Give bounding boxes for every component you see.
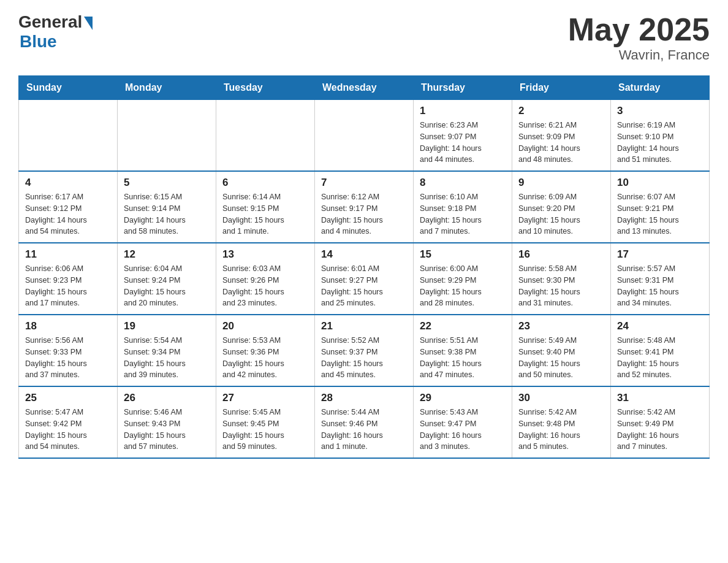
calendar-day-cell: 5Sunrise: 6:15 AMSunset: 9:14 PMDaylight…: [118, 171, 216, 243]
day-info: Sunrise: 6:21 AMSunset: 9:09 PMDaylight:…: [518, 120, 604, 166]
day-number: 13: [222, 248, 308, 261]
day-info: Sunrise: 6:10 AMSunset: 9:18 PMDaylight:…: [420, 191, 506, 237]
calendar-day-cell: 2Sunrise: 6:21 AMSunset: 9:09 PMDaylight…: [512, 100, 611, 172]
weekday-header-monday: Monday: [118, 76, 216, 100]
day-info: Sunrise: 5:56 AMSunset: 9:33 PMDaylight:…: [25, 335, 111, 381]
calendar-header: SundayMondayTuesdayWednesdayThursdayFrid…: [19, 76, 710, 100]
day-number: 24: [617, 320, 703, 332]
calendar-day-cell: [315, 100, 414, 172]
calendar-day-cell: 25Sunrise: 5:47 AMSunset: 9:42 PMDayligh…: [19, 386, 118, 458]
day-info: Sunrise: 5:42 AMSunset: 9:49 PMDaylight:…: [617, 407, 703, 453]
calendar-day-cell: 7Sunrise: 6:12 AMSunset: 9:17 PMDaylight…: [315, 171, 414, 243]
day-info: Sunrise: 5:49 AMSunset: 9:40 PMDaylight:…: [518, 335, 604, 381]
calendar-day-cell: 21Sunrise: 5:52 AMSunset: 9:37 PMDayligh…: [315, 315, 414, 386]
calendar-day-cell: 19Sunrise: 5:54 AMSunset: 9:34 PMDayligh…: [118, 315, 216, 386]
calendar-day-cell: 17Sunrise: 5:57 AMSunset: 9:31 PMDayligh…: [611, 243, 710, 315]
day-number: 3: [617, 105, 703, 117]
day-info: Sunrise: 6:09 AMSunset: 9:20 PMDaylight:…: [518, 191, 604, 237]
calendar-week-row: 4Sunrise: 6:17 AMSunset: 9:12 PMDaylight…: [19, 171, 710, 243]
calendar-day-cell: 31Sunrise: 5:42 AMSunset: 9:49 PMDayligh…: [611, 386, 710, 458]
day-info: Sunrise: 5:48 AMSunset: 9:41 PMDaylight:…: [617, 335, 703, 381]
location-label: Wavrin, France: [568, 47, 710, 63]
day-number: 18: [25, 320, 111, 332]
title-section: May 2025 Wavrin, France: [568, 12, 710, 63]
calendar-week-row: 18Sunrise: 5:56 AMSunset: 9:33 PMDayligh…: [19, 315, 710, 386]
calendar-day-cell: 3Sunrise: 6:19 AMSunset: 9:10 PMDaylight…: [611, 100, 710, 172]
calendar-table: SundayMondayTuesdayWednesdayThursdayFrid…: [18, 75, 710, 459]
day-number: 6: [222, 177, 308, 189]
day-number: 19: [124, 320, 210, 332]
calendar-week-row: 1Sunrise: 6:23 AMSunset: 9:07 PMDaylight…: [19, 100, 710, 172]
calendar-day-cell: 8Sunrise: 6:10 AMSunset: 9:18 PMDaylight…: [414, 171, 512, 243]
logo: General Blue: [18, 12, 93, 52]
day-info: Sunrise: 6:14 AMSunset: 9:15 PMDaylight:…: [222, 191, 308, 237]
calendar-day-cell: 4Sunrise: 6:17 AMSunset: 9:12 PMDaylight…: [19, 171, 118, 243]
calendar-day-cell: 12Sunrise: 6:04 AMSunset: 9:24 PMDayligh…: [118, 243, 216, 315]
day-number: 8: [420, 177, 506, 189]
logo-general-text: General: [18, 12, 82, 32]
calendar-day-cell: 18Sunrise: 5:56 AMSunset: 9:33 PMDayligh…: [19, 315, 118, 386]
weekday-header-tuesday: Tuesday: [216, 76, 315, 100]
calendar-week-row: 11Sunrise: 6:06 AMSunset: 9:23 PMDayligh…: [19, 243, 710, 315]
calendar-day-cell: 6Sunrise: 6:14 AMSunset: 9:15 PMDaylight…: [216, 171, 315, 243]
day-number: 9: [518, 177, 604, 189]
day-number: 27: [222, 392, 308, 404]
day-info: Sunrise: 6:03 AMSunset: 9:26 PMDaylight:…: [222, 263, 308, 309]
calendar-day-cell: 15Sunrise: 6:00 AMSunset: 9:29 PMDayligh…: [414, 243, 512, 315]
day-number: 2: [518, 105, 604, 117]
day-info: Sunrise: 6:17 AMSunset: 9:12 PMDaylight:…: [25, 191, 111, 237]
day-info: Sunrise: 6:06 AMSunset: 9:23 PMDaylight:…: [25, 263, 111, 309]
calendar-day-cell: 13Sunrise: 6:03 AMSunset: 9:26 PMDayligh…: [216, 243, 315, 315]
calendar-day-cell: 23Sunrise: 5:49 AMSunset: 9:40 PMDayligh…: [512, 315, 611, 386]
day-info: Sunrise: 5:58 AMSunset: 9:30 PMDaylight:…: [518, 263, 604, 309]
day-info: Sunrise: 5:51 AMSunset: 9:38 PMDaylight:…: [420, 335, 506, 381]
calendar-day-cell: [216, 100, 315, 172]
weekday-header-row: SundayMondayTuesdayWednesdayThursdayFrid…: [19, 76, 710, 100]
calendar-day-cell: 24Sunrise: 5:48 AMSunset: 9:41 PMDayligh…: [611, 315, 710, 386]
day-info: Sunrise: 5:52 AMSunset: 9:37 PMDaylight:…: [321, 335, 407, 381]
month-title: May 2025: [568, 12, 710, 47]
day-info: Sunrise: 6:01 AMSunset: 9:27 PMDaylight:…: [321, 263, 407, 309]
day-info: Sunrise: 5:54 AMSunset: 9:34 PMDaylight:…: [124, 335, 210, 381]
day-number: 15: [420, 248, 506, 261]
day-info: Sunrise: 6:15 AMSunset: 9:14 PMDaylight:…: [124, 191, 210, 237]
day-info: Sunrise: 6:23 AMSunset: 9:07 PMDaylight:…: [420, 120, 506, 166]
day-number: 11: [25, 248, 111, 261]
day-number: 12: [124, 248, 210, 261]
day-number: 30: [518, 392, 604, 404]
calendar-day-cell: 14Sunrise: 6:01 AMSunset: 9:27 PMDayligh…: [315, 243, 414, 315]
day-info: Sunrise: 5:42 AMSunset: 9:48 PMDaylight:…: [518, 407, 604, 453]
day-info: Sunrise: 5:45 AMSunset: 9:45 PMDaylight:…: [222, 407, 308, 453]
weekday-header-friday: Friday: [512, 76, 611, 100]
day-number: 17: [617, 248, 703, 261]
calendar-body: 1Sunrise: 6:23 AMSunset: 9:07 PMDaylight…: [19, 100, 710, 459]
day-info: Sunrise: 5:44 AMSunset: 9:46 PMDaylight:…: [321, 407, 407, 453]
day-number: 21: [321, 320, 407, 332]
calendar-day-cell: 27Sunrise: 5:45 AMSunset: 9:45 PMDayligh…: [216, 386, 315, 458]
logo-blue-text: Blue: [20, 32, 57, 52]
day-number: 20: [222, 320, 308, 332]
day-info: Sunrise: 6:04 AMSunset: 9:24 PMDaylight:…: [124, 263, 210, 309]
calendar-day-cell: 30Sunrise: 5:42 AMSunset: 9:48 PMDayligh…: [512, 386, 611, 458]
day-info: Sunrise: 6:07 AMSunset: 9:21 PMDaylight:…: [617, 191, 703, 237]
day-number: 5: [124, 177, 210, 189]
day-info: Sunrise: 6:19 AMSunset: 9:10 PMDaylight:…: [617, 120, 703, 166]
weekday-header-sunday: Sunday: [19, 76, 118, 100]
calendar-day-cell: 11Sunrise: 6:06 AMSunset: 9:23 PMDayligh…: [19, 243, 118, 315]
day-number: 7: [321, 177, 407, 189]
day-info: Sunrise: 6:00 AMSunset: 9:29 PMDaylight:…: [420, 263, 506, 309]
day-number: 23: [518, 320, 604, 332]
day-number: 31: [617, 392, 703, 404]
weekday-header-saturday: Saturday: [611, 76, 710, 100]
day-info: Sunrise: 6:12 AMSunset: 9:17 PMDaylight:…: [321, 191, 407, 237]
weekday-header-wednesday: Wednesday: [315, 76, 414, 100]
day-number: 10: [617, 177, 703, 189]
calendar-day-cell: 10Sunrise: 6:07 AMSunset: 9:21 PMDayligh…: [611, 171, 710, 243]
calendar-day-cell: 28Sunrise: 5:44 AMSunset: 9:46 PMDayligh…: [315, 386, 414, 458]
calendar-day-cell: 1Sunrise: 6:23 AMSunset: 9:07 PMDaylight…: [414, 100, 512, 172]
day-info: Sunrise: 5:43 AMSunset: 9:47 PMDaylight:…: [420, 407, 506, 453]
weekday-header-thursday: Thursday: [414, 76, 512, 100]
day-number: 4: [25, 177, 111, 189]
calendar-day-cell: 9Sunrise: 6:09 AMSunset: 9:20 PMDaylight…: [512, 171, 611, 243]
day-info: Sunrise: 5:57 AMSunset: 9:31 PMDaylight:…: [617, 263, 703, 309]
